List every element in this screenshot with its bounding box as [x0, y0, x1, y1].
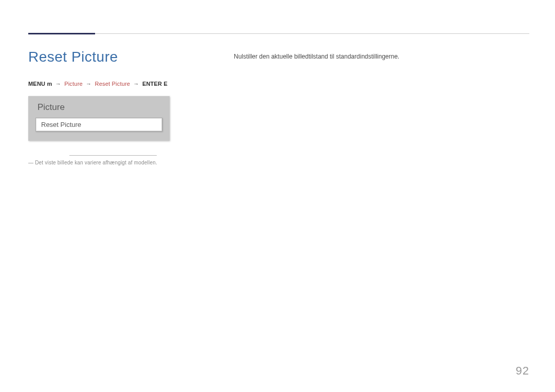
header-rule: [28, 33, 529, 34]
arrow-icon: →: [55, 81, 61, 87]
breadcrumb-picture: Picture: [64, 81, 83, 87]
breadcrumb: MENU m → Picture → Reset Picture → ENTER…: [28, 81, 198, 87]
breadcrumb-menu: MENU m: [28, 81, 52, 87]
left-column: Reset Picture MENU m → Picture → Reset P…: [28, 49, 198, 165]
manual-page: Reset Picture MENU m → Picture → Reset P…: [0, 0, 555, 392]
description-text: Nulstiller den aktuelle billedtilstand t…: [234, 53, 529, 60]
osd-row-reset-picture[interactable]: Reset Picture: [35, 118, 162, 132]
arrow-icon: →: [133, 81, 139, 87]
page-number: 92: [516, 364, 529, 378]
footnote-rule: [69, 155, 157, 156]
osd-panel-title: Picture: [38, 102, 162, 113]
breadcrumb-reset-picture: Reset Picture: [95, 81, 131, 87]
arrow-icon: →: [86, 81, 91, 87]
header-accent-bar: [28, 33, 95, 34]
osd-panel: Picture Reset Picture: [28, 96, 170, 141]
breadcrumb-enter: ENTER E: [142, 81, 168, 87]
section-title: Reset Picture: [28, 49, 198, 65]
content-area: Reset Picture MENU m → Picture → Reset P…: [28, 49, 529, 361]
footnote-text: ― Det viste billede kan variere afhængig…: [28, 160, 198, 165]
